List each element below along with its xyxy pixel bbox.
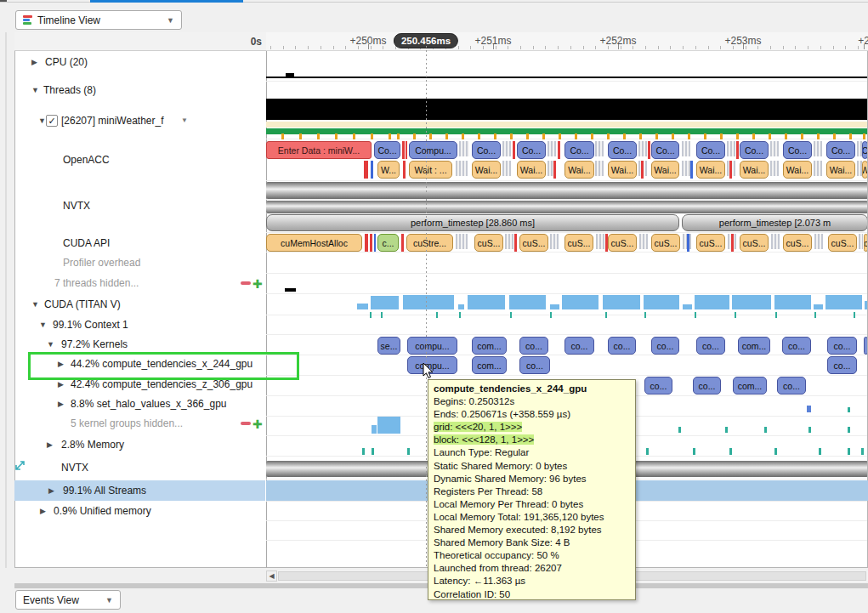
event-box[interactable]: Wai...: [608, 161, 637, 179]
event-mark[interactable]: [558, 141, 560, 159]
event-box[interactable]: Wai...: [564, 161, 594, 179]
event-box[interactable]: Wai...: [740, 161, 769, 179]
event-box[interactable]: Co...: [826, 141, 855, 159]
event-box[interactable]: W...: [377, 161, 400, 179]
event-mark[interactable]: [814, 161, 822, 176]
event-mark[interactable]: [370, 234, 372, 252]
event-box[interactable]: com...: [733, 377, 767, 394]
event-mark[interactable]: [401, 234, 404, 252]
event-mark[interactable]: [505, 234, 513, 249]
event-box[interactable]: cuS...: [608, 234, 637, 252]
remove-row-button[interactable]: [241, 422, 251, 425]
event-box[interactable]: co...: [693, 377, 721, 394]
event-mark[interactable]: [641, 161, 644, 179]
event-mark[interactable]: [596, 234, 604, 249]
event-mark[interactable]: [365, 234, 368, 252]
event-box[interactable]: cuS...: [519, 234, 548, 252]
event-mark[interactable]: [727, 141, 735, 156]
chevron-down-icon[interactable]: ▼: [181, 112, 188, 129]
event-box[interactable]: C: [862, 141, 867, 159]
sidebar-item-97-2-kernels[interactable]: ▼97.2% Kernels: [14, 336, 265, 353]
event-mark[interactable]: [729, 161, 732, 179]
event-box[interactable]: Enter Data : miniW...: [266, 141, 372, 159]
sidebar-item-5-kernel-groups-hidden[interactable]: 5 kernel groups hidden...✚: [14, 415, 265, 432]
remove-row-button[interactable]: [241, 281, 251, 285]
event-mark[interactable]: [502, 141, 511, 156]
hscroll-left-arrow[interactable]: ◀: [266, 570, 277, 582]
event-box[interactable]: cuStre...: [406, 234, 453, 252]
event-box[interactable]: Co...: [472, 141, 501, 159]
event-box[interactable]: co...: [608, 337, 636, 355]
restore-row-button[interactable]: ✚: [252, 275, 263, 292]
chevron-right-icon[interactable]: ▶: [31, 54, 37, 71]
event-box[interactable]: co...: [519, 356, 550, 374]
event-mark[interactable]: [456, 161, 468, 176]
event-mark[interactable]: [770, 161, 779, 176]
event-box[interactable]: co...: [564, 337, 594, 355]
event-box[interactable]: cuS...: [783, 234, 812, 252]
event-box[interactable]: compu...: [407, 337, 457, 355]
event-box[interactable]: W: [862, 161, 867, 179]
chevron-right-icon[interactable]: ▶: [58, 395, 64, 412]
sidebar-item-7-threads-hidden[interactable]: 7 threads hidden...✚: [14, 275, 265, 292]
event-mark[interactable]: [513, 141, 515, 159]
event-box[interactable]: c: [864, 234, 867, 252]
sidebar-item-threads-8[interactable]: ▼Threads (8): [14, 82, 265, 99]
sidebar-item-profiler-overhead[interactable]: Profiler overhead: [14, 254, 265, 271]
event-box[interactable]: cuS...: [828, 234, 857, 252]
event-box[interactable]: cuMemHostAlloc: [266, 234, 362, 252]
event-box[interactable]: Compu...: [409, 141, 457, 159]
chevron-right-icon[interactable]: ▶: [40, 502, 46, 519]
event-box[interactable]: Wai...: [651, 161, 679, 179]
sidebar-item-openacc[interactable]: OpenACC: [14, 151, 265, 168]
event-box[interactable]: Co...: [783, 141, 812, 159]
event-mark[interactable]: [364, 161, 368, 179]
sidebar-item-0-9-unified-memory[interactable]: ▶0.9% Unified memory: [14, 502, 265, 519]
event-mark[interactable]: [682, 141, 690, 156]
event-box[interactable]: co...: [827, 356, 857, 374]
event-mark[interactable]: [406, 141, 407, 159]
event-box[interactable]: co...: [644, 377, 672, 394]
event-box[interactable]: cuS...: [651, 234, 680, 252]
event-box[interactable]: Co...: [696, 141, 725, 159]
event-box[interactable]: Wait : ...: [409, 161, 452, 179]
event-mark[interactable]: [550, 234, 559, 249]
event-box[interactable]: Co...: [651, 141, 679, 159]
event-box[interactable]: com...: [472, 337, 507, 355]
event-mark[interactable]: [502, 161, 511, 176]
event-box[interactable]: co...: [696, 337, 725, 355]
event-mark[interactable]: [547, 141, 556, 156]
chevron-down-icon[interactable]: ▼: [31, 82, 39, 99]
thread-checkbox[interactable]: ✓: [46, 115, 58, 127]
chevron-right-icon[interactable]: ▶: [48, 482, 54, 499]
sidebar-item-cuda-titan-v[interactable]: ▼CUDA (TITAN V): [14, 296, 265, 313]
event-mark[interactable]: [814, 141, 822, 156]
event-mark[interactable]: [736, 141, 739, 159]
event-mark[interactable]: [595, 141, 604, 156]
event-box[interactable]: perform_timestep [28.860 ms]: [266, 214, 679, 231]
event-box[interactable]: c...: [377, 234, 399, 252]
event-box[interactable]: co...: [777, 377, 806, 394]
event-box[interactable]: cuS...: [740, 234, 769, 252]
event-mark[interactable]: [459, 141, 469, 156]
event-box[interactable]: cuS...: [474, 234, 503, 252]
chevron-down-icon[interactable]: ▼: [38, 112, 46, 129]
event-box[interactable]: com...: [472, 356, 507, 374]
event-box[interactable]: Wai...: [826, 161, 855, 179]
sidebar-item-99-1-all-streams[interactable]: ▶99.1% All Streams: [14, 482, 265, 499]
event-mark[interactable]: [456, 234, 468, 249]
event-box[interactable]: cuS...: [564, 234, 593, 252]
events-view-dropdown[interactable]: Events View ▼: [15, 590, 121, 610]
chevron-right-icon[interactable]: ▶: [47, 436, 53, 453]
event-mark[interactable]: [595, 161, 604, 176]
event-mark[interactable]: [731, 234, 734, 252]
event-box[interactable]: Co...: [608, 141, 637, 159]
event-mark[interactable]: [402, 141, 405, 159]
event-mark[interactable]: [374, 234, 376, 252]
chevron-down-icon[interactable]: ▼: [39, 316, 47, 333]
event-box[interactable]: co...: [782, 337, 811, 355]
event-box[interactable]: Wai...: [517, 161, 546, 179]
event-box[interactable]: se...: [377, 337, 400, 355]
event-mark[interactable]: [682, 161, 690, 176]
event-box[interactable]: Wai...: [472, 161, 501, 179]
